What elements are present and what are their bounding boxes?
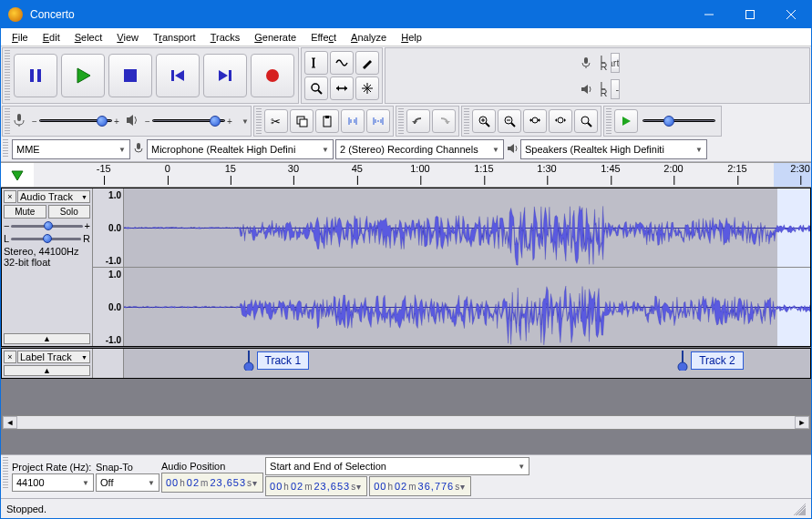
gain-slider[interactable]: −+ — [4, 220, 90, 231]
selection-start-field[interactable]: 00h02m23,653s▾ — [265, 476, 367, 496]
svg-marker-56 — [530, 118, 532, 122]
mute-button[interactable]: Mute — [4, 205, 46, 219]
label-marker[interactable]: Track 1 — [242, 351, 310, 371]
selection-mode-combo[interactable]: Start and End of Selection▼ — [265, 457, 529, 475]
track-name-dropdown[interactable]: Audio Track▼ — [17, 190, 90, 203]
maximize-button[interactable] — [729, 1, 770, 28]
statusbar: Stopped. — [1, 498, 811, 518]
vertical-scale[interactable]: 1.00.0-1.0 1.00.0-1.0 — [93, 188, 124, 346]
paste-button[interactable] — [315, 109, 339, 133]
stop-button[interactable] — [108, 54, 152, 97]
fit-selection-button[interactable] — [523, 109, 547, 133]
snapto-label: Snap-To — [96, 462, 159, 473]
recording-meter[interactable]: -57-54-51-48-45-42-3 Click to Start Moni… — [611, 53, 620, 73]
playspeed-toolbar — [603, 106, 722, 137]
label-track-collapse-button[interactable]: ▲ — [4, 365, 90, 376]
skip-end-button[interactable] — [203, 54, 247, 97]
menubar: File Edit Select View Transport Tracks G… — [1, 28, 811, 46]
snapto-combo[interactable]: Off▼ — [96, 473, 159, 492]
svg-marker-27 — [581, 85, 588, 94]
svg-rect-64 — [137, 143, 140, 149]
menu-tracks[interactable]: Tracks — [203, 30, 248, 45]
minimize-button[interactable] — [688, 1, 729, 28]
menu-analyze[interactable]: Analyze — [344, 30, 394, 45]
time-ruler[interactable]: -1501530451:001:151:301:452:002:152:302:… — [34, 163, 811, 187]
multi-tool-icon[interactable] — [355, 76, 379, 100]
speaker-icon — [506, 142, 519, 157]
audio-host-combo[interactable]: MME▼ — [12, 139, 130, 159]
svg-rect-32 — [300, 119, 307, 127]
redo-button[interactable] — [432, 109, 456, 133]
playback-device-combo[interactable]: Speakers (Realtek High Definiti▼ — [520, 139, 707, 159]
window-title: Concerto — [30, 8, 688, 21]
status-text: Stopped. — [6, 504, 46, 514]
label-track-panel[interactable]: × Label Track▼ ▲ — [2, 349, 93, 378]
play-button[interactable] — [61, 54, 105, 97]
waveform-left[interactable] — [124, 188, 810, 268]
playback-speed-slider[interactable] — [642, 113, 715, 129]
pause-button[interactable] — [14, 54, 57, 97]
svg-line-17 — [318, 90, 322, 94]
playback-volume-slider[interactable]: −+ — [143, 113, 234, 129]
label-track-name-dropdown[interactable]: Label Track▼ — [17, 351, 90, 363]
silence-button[interactable] — [366, 109, 390, 133]
trim-button[interactable] — [341, 109, 365, 133]
waveform-right[interactable] — [124, 268, 810, 346]
selection-tool-icon[interactable] — [304, 51, 328, 75]
menu-view[interactable]: View — [109, 30, 146, 45]
pan-slider[interactable]: LR — [4, 233, 90, 244]
project-rate-combo[interactable]: 44100▼ — [12, 473, 94, 492]
zoom-out-button[interactable] — [498, 109, 521, 133]
recording-device-combo[interactable]: Microphone (Realtek High Defini▼ — [147, 139, 334, 159]
menu-generate[interactable]: Generate — [247, 30, 303, 45]
svg-marker-65 — [508, 144, 514, 153]
zoom-tool-icon[interactable] — [304, 76, 328, 100]
fit-project-button[interactable] — [549, 109, 572, 133]
label-marker[interactable]: Track 2 — [676, 351, 744, 371]
label-track-close-button[interactable]: × — [4, 351, 16, 363]
solo-button[interactable]: Solo — [48, 205, 91, 219]
draw-tool-icon[interactable] — [355, 51, 379, 75]
cut-button[interactable]: ✂ — [264, 109, 288, 133]
menu-file[interactable]: File — [5, 30, 36, 45]
horizontal-scrollbar[interactable]: ◄► — [2, 415, 810, 430]
menu-select[interactable]: Select — [67, 30, 110, 45]
audio-position-field[interactable]: 00h02m23,653s▾ — [161, 473, 263, 493]
selection-toolbar: Project Rate (Hz): 44100▼ Snap-To Off▼ A… — [1, 454, 811, 498]
svg-marker-9 — [175, 70, 184, 81]
mixer-toolbar: −+ −+ ▼ — [2, 106, 252, 137]
resize-grip-icon[interactable] — [793, 503, 806, 515]
selection-end-field[interactable]: 00h02m36,776s▾ — [369, 476, 471, 496]
playback-meter[interactable]: -57-54-51-48-45-42-39-36-33-30-27-24-21-… — [611, 79, 620, 99]
play-at-speed-button[interactable] — [614, 109, 638, 133]
track-format-info: Stereo, 44100Hz32-bit float — [4, 246, 90, 268]
menu-effect[interactable]: Effect — [303, 30, 344, 45]
label-track-body[interactable]: Track 1Track 2 — [124, 349, 810, 378]
recording-volume-slider[interactable]: −+ — [30, 113, 121, 129]
undo-button[interactable] — [406, 109, 430, 133]
menu-help[interactable]: Help — [394, 30, 429, 45]
timeline: -1501530451:001:151:301:452:002:152:302:… — [1, 162, 811, 188]
svg-point-16 — [312, 84, 319, 91]
svg-rect-5 — [37, 69, 41, 82]
track-collapse-button[interactable]: ▲ — [4, 333, 90, 344]
mic-icon — [132, 142, 145, 157]
pin-button[interactable] — [1, 168, 34, 182]
track-control-panel[interactable]: × Audio Track▼ Mute Solo −+ LR Stereo, 4… — [2, 188, 93, 346]
speaker-meter-icon[interactable] — [574, 77, 598, 101]
menu-edit[interactable]: Edit — [36, 30, 67, 45]
track-close-button[interactable]: × — [4, 190, 16, 203]
zoom-in-button[interactable] — [472, 109, 496, 133]
menu-transport[interactable]: Transport — [146, 30, 203, 45]
mic-meter-icon[interactable] — [574, 51, 598, 75]
zoom-toggle-button[interactable] — [574, 109, 598, 133]
record-button[interactable] — [251, 54, 294, 97]
skip-start-button[interactable] — [156, 54, 200, 97]
svg-marker-57 — [538, 118, 540, 122]
envelope-tool-icon[interactable] — [330, 51, 354, 75]
timeshift-tool-icon[interactable] — [330, 76, 354, 100]
copy-button[interactable] — [290, 109, 313, 133]
recording-channels-combo[interactable]: 2 (Stereo) Recording Channels▼ — [335, 139, 504, 159]
titlebar: Concerto — [1, 1, 811, 28]
close-button[interactable] — [770, 1, 811, 28]
